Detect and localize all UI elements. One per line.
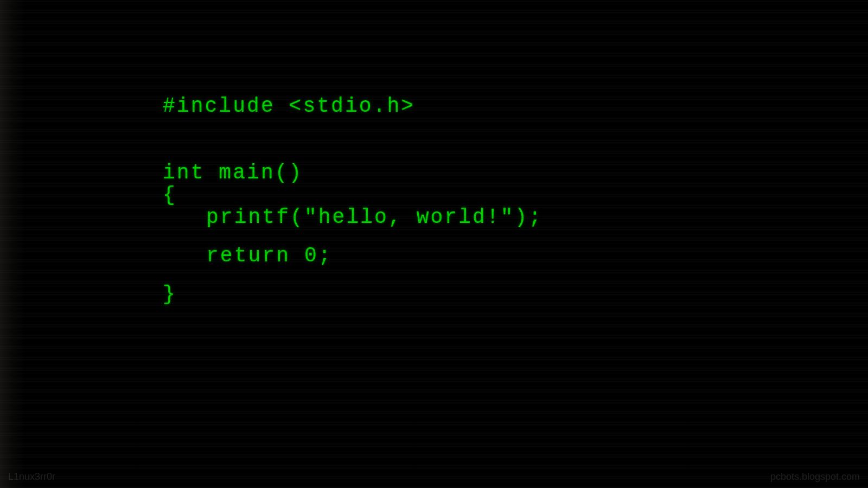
code-line-printf: printf("hello, world!"); (163, 206, 542, 228)
code-block: #include <stdio.h> int main() { printf("… (163, 95, 542, 305)
code-line-close-brace: } (163, 283, 542, 305)
blank-line (163, 117, 542, 162)
watermark-source: pcbots.blogspot.com (770, 471, 860, 483)
code-line-open-brace: { (163, 184, 542, 206)
code-line-return: return 0; (163, 245, 542, 267)
code-line-main-decl: int main() (163, 162, 542, 184)
blank-line (163, 228, 542, 245)
blank-line (163, 267, 542, 283)
code-line-include: #include <stdio.h> (163, 95, 542, 117)
crt-left-burn (0, 0, 24, 488)
watermark-author: L1nux3rr0r (8, 471, 55, 483)
